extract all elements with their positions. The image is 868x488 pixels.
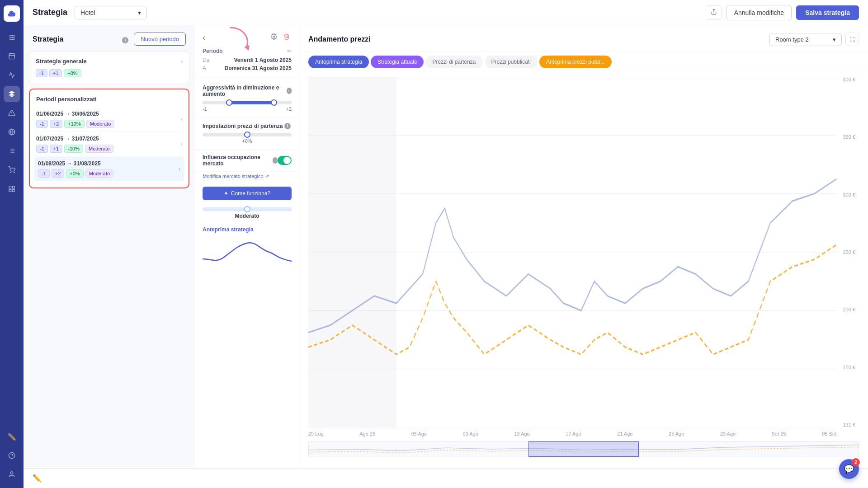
y-label-131: 131 € <box>843 422 855 427</box>
tab-anteprima-prezzi-pubb[interactable]: Anteprima prezzi pubb... <box>539 56 612 68</box>
tag-plus0pct: +0% <box>64 69 81 77</box>
toolbar-pen-icon[interactable]: ✏️ <box>33 474 42 483</box>
topbar: Strategia Hotel ▾ Annulla modifiche Salv… <box>24 0 868 25</box>
come-funziona-button[interactable]: ✦ Come funziona? <box>203 187 292 200</box>
sidebar-item-strategy[interactable] <box>4 86 20 102</box>
moderato-label: Moderato <box>203 213 292 219</box>
periodo-tags-1: -1 +2 +10% Moderato <box>36 120 114 128</box>
minimap[interactable] <box>308 441 859 457</box>
sidebar-item-dashboard[interactable]: ⊞ <box>4 29 20 45</box>
moderato-section: Moderato <box>195 204 299 223</box>
influenza-toggle[interactable] <box>278 156 292 165</box>
salva-button[interactable]: Salva strategia <box>796 5 859 20</box>
x-label-21ago: 21 Ago <box>617 431 632 436</box>
tab-prezzi-pubblicati[interactable]: Prezzi pubblicati <box>485 56 538 68</box>
moderato-slider-track[interactable] <box>203 207 292 211</box>
share-button[interactable] <box>706 5 722 20</box>
sidebar-item-user[interactable] <box>4 466 20 483</box>
chevron-right-icon-1: › <box>180 116 182 122</box>
topbar-right: Annulla modifiche Salva strategia <box>706 5 859 20</box>
x-label-29lug: 29 Lug <box>308 431 324 436</box>
tag-p1-3: +10% <box>64 120 84 128</box>
x-label-17ago: 17 Ago <box>566 431 581 436</box>
chart-tabs: Anteprima strategia Strategia attuale Pr… <box>299 52 868 72</box>
y-label-350: 350 € <box>843 134 855 140</box>
tag-p1-1: -1 <box>36 120 48 128</box>
page-title: Strategia <box>33 8 67 17</box>
edit-icon[interactable]: ✏ <box>287 48 292 54</box>
periodo-row-3[interactable]: 01/08/2025 → 31/08/2025 -1 +2 +0% Modera… <box>34 157 184 181</box>
aggressivita-info-icon: i <box>287 88 292 94</box>
sidebar-item-grid[interactable] <box>4 181 20 197</box>
svg-rect-19 <box>9 189 11 192</box>
middle-panel-actions <box>269 32 292 43</box>
periodo-row-1[interactable]: 01/06/2025 → 30/06/2025 -1 +2 +10% Moder… <box>36 107 182 132</box>
sidebar-item-help[interactable] <box>4 447 20 464</box>
y-label-150: 150 € <box>843 365 855 370</box>
svg-rect-18 <box>12 189 14 192</box>
tab-anteprima-strategia[interactable]: Anteprima strategia <box>308 56 369 68</box>
anteprima-section: Anteprima strategia <box>195 223 299 272</box>
x-label-25ago: 25 Ago <box>669 431 684 436</box>
room-type-value: Room type 2 <box>775 36 809 43</box>
info-button[interactable]: i <box>120 33 130 45</box>
annulla-button[interactable]: Annulla modifiche <box>726 5 792 20</box>
period-label: Periodo <box>203 48 223 54</box>
chat-icon: 💬 <box>844 464 854 474</box>
aggressivita-slider-track[interactable] <box>203 101 292 104</box>
minimap-selection[interactable] <box>528 441 638 457</box>
tag-p2-4: Moderato <box>85 145 113 153</box>
delete-button[interactable] <box>282 32 292 43</box>
svg-point-14 <box>10 172 11 173</box>
info-icon: i <box>122 37 128 43</box>
aggressivita-section: Aggressività in diminuzione e aumento i … <box>195 79 299 117</box>
back-button[interactable]: ‹ <box>203 33 205 42</box>
impostazioni-slider-track[interactable] <box>203 133 292 136</box>
x-label-05ago: 05 Ago <box>411 431 427 436</box>
x-label-ago25: Ago 25 <box>359 431 375 436</box>
y-label-300: 300 € <box>843 192 855 197</box>
y-label-400: 400 € <box>843 77 855 82</box>
tag-p2-2: +1 <box>50 145 63 153</box>
bottom-toolbar: ✏️ <box>24 468 868 488</box>
expand-button[interactable] <box>845 33 859 46</box>
modifica-mercato-link[interactable]: Modifica mercato strategico ↗ <box>195 172 299 183</box>
x-label-13ago: 13 Ago <box>514 431 529 436</box>
room-type-select[interactable]: Room type 2 ▾ <box>769 33 842 46</box>
periodi-personalizzati-card: Periodi personalizzati 01/06/2025 → 30/0… <box>29 89 189 188</box>
periodo-row-2[interactable]: 01/07/2025 → 31/07/2025 -1 +1 -10% Moder… <box>36 132 182 157</box>
sidebar-item-pen[interactable]: ✏️ <box>4 428 20 445</box>
periodo-tags-3: -1 +2 +0% Moderato <box>38 169 113 178</box>
chevron-down-icon: ▾ <box>833 36 836 43</box>
tab-prezzi-partenza[interactable]: Prezzi di partenza <box>425 56 482 68</box>
main-chart-svg <box>308 77 836 427</box>
sidebar-item-list[interactable] <box>4 143 20 159</box>
sidebar-item-calendar[interactable] <box>4 48 20 64</box>
chevron-right-icon-3: ‹ <box>179 166 180 172</box>
period-da-field: Da Venerdi 1 Agosto 2025 <box>203 57 292 63</box>
a-label: A <box>203 65 206 71</box>
nuovo-periodo-button[interactable]: Nuovo periodo <box>134 33 186 46</box>
settings-button[interactable] <box>269 32 279 43</box>
page-body: Strategia i Nuovo periodo Strategia gene… <box>24 25 868 468</box>
star-icon: ✦ <box>224 190 228 197</box>
tag-p1-2: +2 <box>50 120 63 128</box>
period-section: Periodo ✏ Da Venerdi 1 Agosto 2025 A Dom… <box>195 48 299 79</box>
da-label: Da <box>203 57 209 63</box>
strategia-generale-header: Strategia generale › <box>36 58 183 65</box>
notification-count: 2 <box>852 458 860 466</box>
svg-rect-33 <box>308 77 396 427</box>
impostazioni-value: +0% <box>203 138 292 144</box>
sidebar-item-globe[interactable] <box>4 124 20 140</box>
periodo-date-3: 01/08/2025 → 31/08/2025 <box>38 160 113 167</box>
x-label-29ago: 29 Ago <box>720 431 736 436</box>
notification-badge[interactable]: 💬 2 <box>839 459 859 479</box>
y-axis: 400 € 350 € 300 € 250 € 200 € 150 € 131 … <box>843 77 855 427</box>
sidebar-item-shop[interactable] <box>4 162 20 178</box>
hotel-select[interactable]: Hotel ▾ <box>75 6 147 19</box>
sidebar-item-chart[interactable] <box>4 67 20 83</box>
sidebar-item-alert[interactable] <box>4 105 20 121</box>
tag-minus1: -1 <box>36 69 47 77</box>
tab-strategia-attuale[interactable]: Strategia attuale <box>371 56 424 68</box>
tag-p3-1: -1 <box>38 169 50 178</box>
